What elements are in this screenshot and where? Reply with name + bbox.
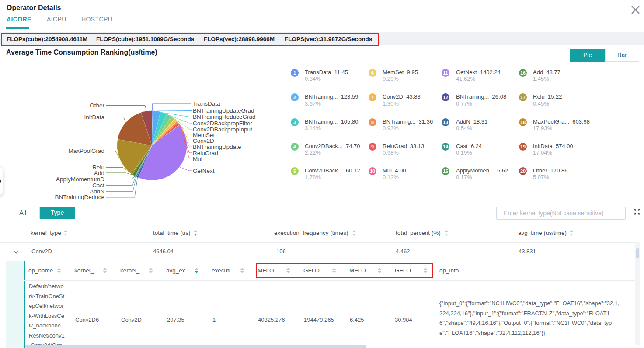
svg-text:ApplyMomentumD: ApplyMomentumD [56,176,104,183]
svg-text:Cast: Cast [92,182,104,189]
svg-text:Mul: Mul [193,156,202,162]
svg-text:Other: Other [90,102,104,109]
svg-text:TransData: TransData [193,100,220,107]
svg-text:GetNext: GetNext [193,168,215,174]
svg-text:AddN: AddN [90,188,104,195]
svg-text:Relu: Relu [92,164,104,171]
svg-text:Conv2DBackpropFilter: Conv2DBackpropFilter [193,120,252,127]
svg-text:BNTrainingReduce: BNTrainingReduce [55,194,104,200]
svg-text:BNTrainingReduceGrad: BNTrainingReduceGrad [193,114,256,120]
svg-text:InitData: InitData [84,114,104,121]
svg-text:MaxPoolGrad: MaxPoolGrad [68,148,104,154]
svg-text:ReluGrad: ReluGrad [193,150,218,156]
svg-text:BNTrainingUpdateGrad: BNTrainingUpdateGrad [193,107,254,114]
